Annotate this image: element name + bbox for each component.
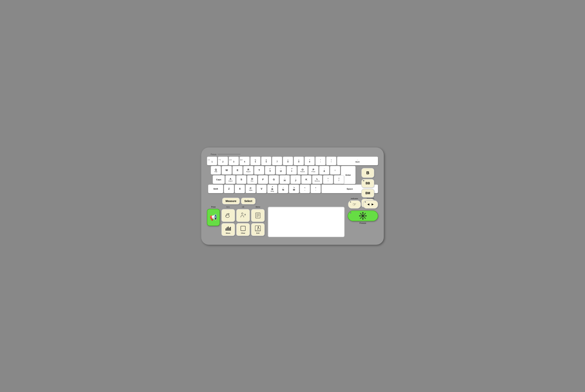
- svg-point-1: [228, 214, 229, 214]
- key-t[interactable]: T: [254, 166, 264, 174]
- menu-label: Menu: [251, 206, 265, 208]
- key-m[interactable]: ↘ M: [289, 184, 299, 193]
- key-3[interactable]: # ≡ 3: [229, 156, 239, 165]
- key-backspace[interactable]: ← Back: [337, 156, 378, 165]
- key-q[interactable]: Q Help: [211, 166, 221, 174]
- key-equals[interactable]: = −: [326, 156, 337, 165]
- ga-icon: [225, 212, 232, 219]
- select-button[interactable]: Select: [241, 198, 256, 204]
- key-8[interactable]: ( 8: [283, 156, 293, 165]
- measure-button[interactable]: Measure: [222, 198, 240, 204]
- key-a[interactable]: A Adjust: [225, 175, 236, 184]
- id-label: I.D: [236, 206, 250, 208]
- key-x[interactable]: X: [235, 184, 245, 193]
- print-col: Print 📢: [207, 206, 220, 226]
- svg-text:?: ?: [244, 214, 246, 216]
- key-g[interactable]: G: [269, 175, 279, 184]
- key-9[interactable]: ) 9: [294, 156, 304, 165]
- keyboard-row-1: ! ≡ 1 " ≡ 2 # ≡ 3 $ ≡ 4 % 5: [207, 156, 378, 165]
- key-7[interactable]: , 7: [272, 156, 282, 165]
- ga-button[interactable]: [221, 209, 235, 222]
- key-6[interactable]: & 6: [261, 156, 271, 165]
- key-j[interactable]: → J: [290, 175, 301, 184]
- direction-button[interactable]: ◄ ►: [363, 200, 378, 209]
- key-c[interactable]: C Triple: [245, 184, 256, 193]
- key-0[interactable]: ^ 0: [305, 156, 315, 165]
- menu-icon: [254, 212, 261, 219]
- key-k[interactable]: K: [301, 175, 312, 184]
- key-1[interactable]: ! ≡ 1: [207, 156, 217, 165]
- freeze-button[interactable]: [348, 210, 378, 221]
- key-caps[interactable]: Caps: [213, 175, 225, 184]
- key-4[interactable]: $ ≡ 4: [239, 156, 250, 165]
- id-icon: ?: [240, 212, 246, 219]
- key-f[interactable]: F: [258, 175, 268, 184]
- svg-rect-4: [256, 213, 260, 218]
- mode-btn-bb[interactable]: BB: [361, 179, 374, 188]
- exit-button[interactable]: Exit: [251, 223, 265, 236]
- svg-rect-9: [225, 228, 226, 231]
- key-v[interactable]: V: [256, 184, 267, 193]
- meas-icon: [225, 225, 232, 232]
- key-d[interactable]: D Doc.: [247, 175, 257, 184]
- exit-icon: [254, 225, 261, 232]
- indicator-col: Indicator ☞: [348, 198, 361, 209]
- indicator-button[interactable]: ☞: [348, 200, 361, 209]
- key-period[interactable]: > .: [311, 184, 321, 193]
- key-5[interactable]: % 5: [250, 156, 260, 165]
- bottom-section: Measure Select Print 📢: [207, 198, 378, 237]
- svg-rect-10: [227, 227, 227, 231]
- key-2[interactable]: " ≡ 2: [218, 156, 228, 165]
- key-b[interactable]: ↗ B Body: [267, 184, 277, 193]
- freeze-dot: [350, 212, 351, 214]
- keyboard-area: ! ≡ 1 " ≡ 2 # ≡ 3 $ ≡ 4 % 5: [207, 156, 378, 194]
- focus-label: Focus: [211, 153, 216, 156]
- bottom-left-area: Measure Select Print 📢: [207, 198, 265, 236]
- key-bracket-close[interactable]: ♀: [330, 166, 340, 174]
- print-button[interactable]: 📢: [207, 209, 220, 226]
- key-s[interactable]: S: [236, 175, 246, 184]
- freeze-col: Freeze: [348, 210, 378, 224]
- id-button[interactable]: ?: [236, 209, 250, 222]
- key-i[interactable]: ↗ I: [286, 166, 297, 174]
- key-comma[interactable]: < ,: [300, 184, 310, 193]
- key-u[interactable]: ↑ U: [276, 166, 286, 174]
- meas-label: Meas.: [226, 232, 230, 234]
- svg-point-16: [258, 226, 259, 228]
- key-y[interactable]: ↙ Y: [265, 166, 275, 174]
- svg-rect-12: [229, 228, 230, 231]
- ga-label: G.A.: [221, 206, 235, 208]
- key-semicolon[interactable]: + ;: [323, 175, 333, 184]
- meas-button[interactable]: Meas.: [221, 223, 235, 236]
- indicator-dot: [350, 202, 351, 202]
- focus-row: Focus: [211, 153, 378, 156]
- key-slash[interactable]: ? /: [334, 175, 344, 184]
- key-h[interactable]: ↔ H: [279, 175, 290, 184]
- left-panel: Print 📢 G.A. I.D Menu: [207, 206, 265, 236]
- key-z[interactable]: Z: [224, 184, 234, 193]
- key-l[interactable]: L Memory: [312, 175, 322, 184]
- svg-rect-14: [241, 226, 245, 231]
- freeze-label: Freeze: [360, 222, 366, 224]
- svg-rect-11: [228, 226, 229, 231]
- snowflake-icon: [358, 211, 368, 220]
- key-asterisk[interactable]: * :: [315, 156, 326, 165]
- svg-rect-13: [230, 227, 231, 231]
- key-w[interactable]: W: [221, 166, 232, 174]
- indicator-label: Indicator: [351, 198, 358, 200]
- mode-btn-b[interactable]: B: [361, 168, 374, 178]
- key-bracket-open[interactable]: ↑ δ: [319, 166, 329, 174]
- mode-btn-bm[interactable]: BM: [361, 189, 374, 198]
- menu-button[interactable]: [251, 209, 265, 222]
- function-grid: G.A. I.D Menu: [221, 206, 265, 236]
- exit-label: Exit: [256, 232, 260, 234]
- key-e[interactable]: E: [232, 166, 243, 174]
- clear-label: Clear: [241, 232, 245, 234]
- key-o[interactable]: O Patient: [298, 166, 308, 174]
- key-shift[interactable]: Shift: [208, 184, 223, 193]
- clear-button[interactable]: Clear: [236, 223, 250, 236]
- touchpad[interactable]: [268, 207, 345, 237]
- key-p[interactable]: P Probe: [308, 166, 319, 174]
- key-r[interactable]: R Report: [243, 166, 253, 174]
- key-n[interactable]: ↓ N: [278, 184, 288, 193]
